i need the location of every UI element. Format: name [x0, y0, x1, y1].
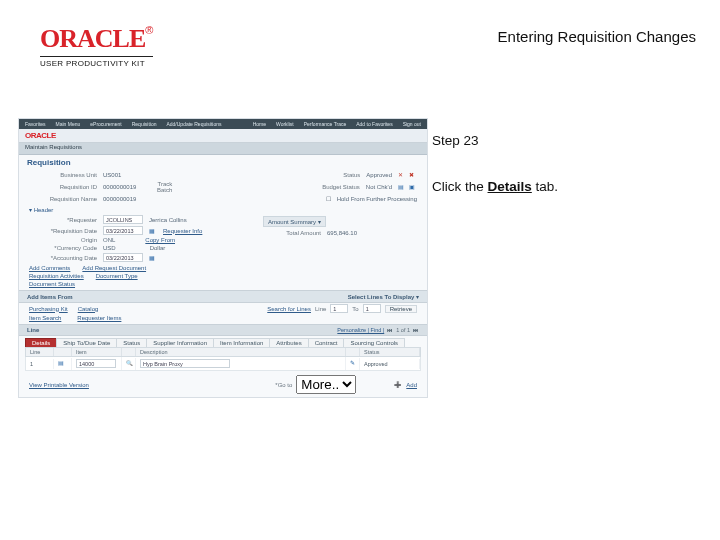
- mini-oracle-logo: ORACLE: [25, 131, 56, 140]
- step-label: Step 23: [432, 130, 692, 152]
- calendar-icon[interactable]: ▦: [149, 227, 157, 235]
- aux-requester: Jerrica Collins: [149, 217, 187, 223]
- val-budget: Not Chk'd: [366, 184, 392, 190]
- lbl-hold: Hold From Further Processing: [337, 196, 417, 202]
- lbl-requester: *Requester: [29, 217, 97, 223]
- doc-icon[interactable]: ▤: [398, 183, 406, 191]
- grid-header: Line Item Description Status: [25, 347, 421, 357]
- app-brandbar: ORACLE: [19, 129, 427, 143]
- selectlines-label: Select Lines To Display: [348, 294, 415, 300]
- line-details-icon[interactable]: ▤: [58, 360, 66, 368]
- cell-line: 1: [26, 359, 54, 369]
- link-reqitems[interactable]: Requester Items: [77, 315, 121, 321]
- lbl-line: Line: [315, 306, 326, 312]
- cancel-icon[interactable]: ✕: [398, 171, 406, 179]
- pager-personalize[interactable]: Personalize | Find |: [337, 327, 384, 333]
- product-name: USER PRODUCTIVITY KIT: [40, 56, 153, 68]
- tab-supplier[interactable]: Supplier Information: [146, 338, 214, 347]
- link-itemsearch[interactable]: Item Search: [29, 315, 61, 321]
- tab-iteminfo[interactable]: Item Information: [213, 338, 270, 347]
- link-perftrace[interactable]: Performance Trace: [304, 121, 347, 127]
- pager-first-icon[interactable]: ⏮: [387, 327, 393, 333]
- lbl-reqid: Requisition ID: [29, 184, 97, 190]
- comment-icon[interactable]: ✎: [350, 360, 358, 368]
- tab-shipto[interactable]: Ship To/Due Date: [56, 338, 117, 347]
- link-copy[interactable]: Copy From: [145, 237, 175, 243]
- lookup-icon[interactable]: 🔍: [126, 360, 134, 368]
- lbl-curr: *Currency Code: [29, 245, 97, 251]
- lbl-to: To: [352, 306, 358, 312]
- link-kit[interactable]: Purchasing Kit: [29, 306, 68, 312]
- lbl-bu: Business Unit: [29, 172, 97, 178]
- breadcrumb: Maintain Requisitions: [19, 143, 427, 155]
- header-expand-icon[interactable]: ▾ Header: [29, 206, 53, 213]
- link-doctype[interactable]: Document Type: [96, 273, 138, 279]
- chevron-down-icon: ▾: [318, 219, 321, 225]
- link-catalog[interactable]: Catalog: [78, 306, 99, 312]
- aux-curr: Dollar: [150, 245, 166, 251]
- chk-hold[interactable]: ☐: [326, 195, 331, 202]
- pager-last-icon[interactable]: ⏭: [413, 327, 419, 333]
- link-signout[interactable]: Sign out: [403, 121, 421, 127]
- chevron-down-icon-2[interactable]: ▾: [416, 294, 419, 300]
- additems-label: Add Items From: [27, 294, 73, 300]
- menu-req[interactable]: Requisition: [132, 121, 157, 127]
- tab-status[interactable]: Status: [116, 338, 147, 347]
- line-section-label: Line: [27, 327, 39, 333]
- tab-contract[interactable]: Contract: [308, 338, 345, 347]
- link-worklist[interactable]: Worklist: [276, 121, 294, 127]
- tab-sourcing[interactable]: Sourcing Controls: [343, 338, 405, 347]
- grid-pager: Personalize | Find | ⏮ 1 of 1 ⏭: [337, 327, 419, 333]
- input-item[interactable]: [76, 359, 116, 368]
- link-docstatus[interactable]: Document Status: [29, 281, 75, 287]
- calendar-icon-2[interactable]: ▦: [149, 254, 157, 262]
- pager-range: 1 of 1: [396, 327, 410, 333]
- tab-attributes[interactable]: Attributes: [269, 338, 308, 347]
- grid-row[interactable]: 1 ▤ 🔍 ✎ Approved: [25, 357, 421, 371]
- input-requester[interactable]: [103, 215, 143, 224]
- input-linefrom[interactable]: [330, 304, 348, 313]
- lbl-total: Total Amount: [261, 230, 321, 236]
- lbl-budget: Budget Status: [292, 184, 360, 190]
- link-home[interactable]: Home: [253, 121, 266, 127]
- link-addfav[interactable]: Add to Favorites: [356, 121, 392, 127]
- input-reqdate[interactable]: [103, 226, 143, 235]
- add-row-icon[interactable]: ➕: [394, 381, 402, 389]
- instruction-panel: Step 23 Click the Details tab.: [432, 130, 692, 197]
- menu-addupdate[interactable]: Add/Update Requisitions: [166, 121, 221, 127]
- lbl-track: Track Batch: [142, 181, 172, 193]
- app-screenshot: Favorites Main Menu eProcurement Requisi…: [18, 118, 428, 398]
- amount-summary-head[interactable]: Amount Summary ▾: [263, 216, 326, 227]
- view-printable-link[interactable]: View Printable Version: [29, 382, 89, 388]
- lbl-goto: *Go to: [275, 382, 292, 388]
- menu-eproc[interactable]: eProcurement: [90, 121, 121, 127]
- brand-block: ORACLE® USER PRODUCTIVITY KIT: [40, 24, 153, 68]
- link-adddoc[interactable]: Add Request Document: [82, 265, 146, 271]
- menu-main[interactable]: Main Menu: [56, 121, 81, 127]
- tab-details[interactable]: Details: [25, 338, 57, 347]
- line-tabs: Details Ship To/Due Date Status Supplier…: [19, 336, 427, 347]
- section-title: Requisition: [19, 155, 427, 170]
- page-title: Entering Requisition Changes: [498, 28, 696, 45]
- lbl-accdate: *Accounting Date: [29, 255, 97, 261]
- input-desc[interactable]: [140, 359, 230, 368]
- link-reqinfo[interactable]: Requester Info: [163, 228, 202, 234]
- select-goto[interactable]: More...: [296, 375, 356, 394]
- add-link[interactable]: Add: [406, 382, 417, 388]
- delete-icon[interactable]: ✖: [409, 171, 417, 179]
- val-curr: USD: [103, 245, 116, 251]
- link-searchlines[interactable]: Search for Lines: [267, 306, 311, 312]
- cell-status: Approved: [360, 359, 420, 369]
- oracle-logo: ORACLE®: [40, 24, 153, 54]
- menu-favorites[interactable]: Favorites: [25, 121, 46, 127]
- input-accdate[interactable]: [103, 253, 143, 262]
- lbl-status: Status: [292, 172, 360, 178]
- info-icon[interactable]: ▣: [409, 183, 417, 191]
- link-addcomments[interactable]: Add Comments: [29, 265, 70, 271]
- retrieve-button[interactable]: Retrieve: [385, 305, 417, 313]
- instruction-text: Click the Details tab.: [432, 176, 692, 198]
- input-lineto[interactable]: [363, 304, 381, 313]
- lbl-reqname: Requisition Name: [29, 196, 97, 202]
- link-activities[interactable]: Requisition Activities: [29, 273, 84, 279]
- val-status: Approved: [366, 172, 392, 178]
